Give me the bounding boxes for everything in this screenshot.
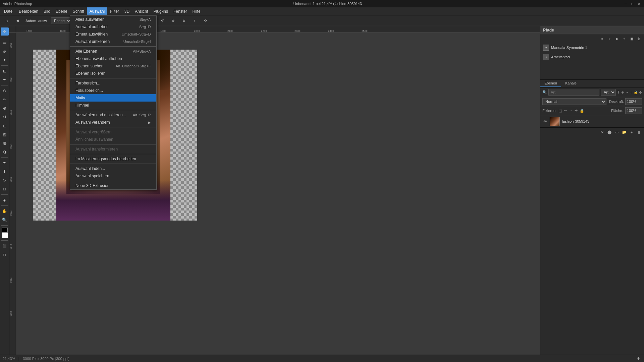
paths-icon-folder[interactable]: ▣ — [629, 36, 635, 42]
background-color-swatch[interactable] — [2, 232, 8, 238]
menu-himmel[interactable]: Himmel — [70, 102, 156, 109]
menu-motiv[interactable]: Motiv — [70, 94, 156, 102]
menu-auswahl-umkehren[interactable]: Auswahl umkehren Umschalt+Strg+I — [70, 38, 156, 45]
menu-fokusbereich[interactable]: Fokusbereich... — [70, 87, 156, 94]
tool-text[interactable]: T — [1, 168, 9, 176]
tab-ebenen[interactable]: Ebenen — [540, 80, 561, 87]
paths-icon-trash[interactable]: 🗑 — [636, 36, 642, 42]
3d-btn-4[interactable]: ↑ — [190, 16, 199, 25]
tool-clone[interactable]: ⊕ — [1, 104, 9, 112]
layer-mask-button[interactable]: ▭ — [614, 129, 620, 135]
back-button[interactable]: ◀ — [13, 16, 22, 25]
tool-spot-heal[interactable]: ⊙ — [1, 87, 9, 95]
lock-transparent-btn[interactable]: ⬚ — [558, 109, 562, 113]
menu-bild[interactable]: Bild — [41, 7, 53, 15]
opacity-input[interactable] — [625, 98, 642, 105]
menu-3d[interactable]: 3D — [122, 7, 132, 15]
layers-search-input[interactable] — [548, 89, 599, 96]
menu-alles-auswaehlen[interactable]: Alles auswählen Strg+A — [70, 16, 156, 23]
menu-datei[interactable]: Datei — [1, 7, 16, 15]
layer-toolbar-icon-4[interactable]: ↕ — [630, 89, 633, 95]
menu-ebenen-suchen[interactable]: Ebenen suchen Alt+Umschalt+Strg+F — [70, 62, 156, 70]
blend-mode-dropdown[interactable]: Normal Multiplizieren Abdunkeln — [542, 98, 606, 105]
3d-btn-3[interactable]: ⊗ — [179, 16, 189, 25]
layer-toolbar-icon-3[interactable]: ↔ — [625, 89, 629, 95]
3d-btn-1[interactable]: ↺ — [158, 16, 167, 25]
menu-ebenen-isolieren[interactable]: Ebenen isolieren — [70, 70, 156, 77]
tool-marquee[interactable]: ▭ — [1, 39, 9, 47]
menu-fenster[interactable]: Fenster — [171, 7, 190, 15]
tool-zoom[interactable]: 🔍 — [1, 216, 9, 224]
menu-auswahl-veraendern[interactable]: Auswahl verändern ▶ — [70, 119, 156, 126]
tool-3d[interactable]: ◈ — [1, 196, 9, 204]
lock-artboard-btn[interactable]: ↔ — [569, 109, 573, 113]
home-button[interactable]: ⌂ — [2, 16, 11, 25]
layer-toolbar-icon-5[interactable]: 🔒 — [634, 89, 638, 95]
menu-auswahl[interactable]: Auswahl — [87, 7, 107, 15]
tool-gradient[interactable]: ▨ — [1, 130, 9, 138]
path-item-mandala[interactable]: ✦ Mandala-Symmetrie 1 — [540, 43, 644, 52]
lock-position-btn[interactable]: ✛ — [575, 109, 578, 113]
menu-auswaehlen-maskieren[interactable]: Auswählen und maskieren... Alt+Strg+R — [70, 111, 156, 119]
tool-blur[interactable]: ◍ — [1, 139, 9, 147]
layer-toolbar-icon-6[interactable]: ⚙ — [639, 89, 642, 95]
status-settings-icon[interactable]: ⚙ — [635, 356, 641, 362]
menu-filter[interactable]: Filter — [107, 7, 122, 15]
tool-hand[interactable]: ✋ — [1, 207, 9, 215]
layer-item[interactable]: 👁 fashion-3059143 — [540, 115, 644, 127]
layer-new-button[interactable]: + — [629, 129, 635, 135]
minimize-button[interactable]: ─ — [623, 1, 628, 6]
tool-brush[interactable]: ✏ — [1, 96, 9, 104]
close-button[interactable]: ✕ — [637, 1, 641, 6]
tool-eyedropper[interactable]: ✒ — [1, 76, 9, 84]
layer-trash-button[interactable]: 🗑 — [636, 129, 642, 135]
menu-alle-ebenen[interactable]: Alle Ebenen Alt+Strg+A — [70, 48, 156, 55]
tool-crop[interactable]: ⊡ — [1, 67, 9, 75]
menu-farbbereich[interactable]: Farbbereich... — [70, 79, 156, 87]
layer-type-dropdown[interactable]: Ebene — [51, 17, 72, 24]
menu-auswahl-laden[interactable]: Auswahl laden... — [70, 165, 156, 172]
menu-erneut-auswaehlen[interactable]: Erneut auswählen Umschalt+Strg+D — [70, 31, 156, 38]
tool-dodge[interactable]: ◑ — [1, 148, 9, 156]
layer-group-button[interactable]: 📁 — [621, 129, 627, 135]
layers-type-dropdown[interactable]: Art — [601, 89, 616, 96]
paths-icon-add[interactable]: + — [621, 36, 627, 42]
tool-magic-wand[interactable]: ✦ — [1, 56, 9, 64]
tool-path-select[interactable]: ▷ — [1, 176, 9, 184]
menu-bearbeiten[interactable]: Bearbeiten — [16, 7, 41, 15]
tool-shape[interactable]: □ — [1, 185, 9, 193]
tool-history-brush[interactable]: ↺ — [1, 113, 9, 121]
tool-lasso[interactable]: ⌀ — [1, 47, 9, 55]
paths-icon-circle[interactable]: ● — [599, 36, 605, 42]
lock-image-btn[interactable]: ✏ — [564, 109, 567, 113]
path-item-arbeitspfad[interactable]: ✦ Arbeitspfad — [540, 52, 644, 62]
menu-ebene[interactable]: Ebene — [53, 7, 70, 15]
menu-neue-3d-extrusion[interactable]: Neue 3D-Extrusion — [70, 182, 156, 189]
paths-icon-diamond[interactable]: ◆ — [614, 36, 620, 42]
tab-kanaele[interactable]: Kanäle — [561, 80, 581, 87]
layer-toolbar-icon-1[interactable]: T — [617, 89, 620, 95]
menu-auswahl-speichern[interactable]: Auswahl speichern... — [70, 172, 156, 180]
menu-schrift[interactable]: Schrift — [70, 7, 87, 15]
layer-fx-button[interactable]: fx — [599, 129, 605, 135]
layer-visibility-toggle[interactable]: 👁 — [542, 119, 548, 123]
fill-input[interactable] — [625, 107, 642, 114]
screen-mode-btn[interactable]: ▢ — [1, 251, 9, 259]
3d-btn-5[interactable]: ⟲ — [201, 16, 210, 25]
tool-eraser[interactable]: ◻ — [1, 122, 9, 130]
menu-hilfe[interactable]: Hilfe — [190, 7, 203, 15]
layer-toolbar-icon-2[interactable]: ⊕ — [621, 89, 624, 95]
paths-icon-circle-outline[interactable]: ○ — [606, 36, 612, 42]
menu-auswahl-aufheben[interactable]: Auswahl aufheben Strg+D — [70, 23, 156, 31]
menu-ansicht[interactable]: Ansicht — [132, 7, 151, 15]
tool-pen[interactable]: ✒ — [1, 159, 9, 167]
menu-plugins[interactable]: Plug-ins — [151, 7, 171, 15]
maximize-button[interactable]: □ — [630, 1, 635, 6]
menu-ebenenauswahl-aufheben[interactable]: Ebenenauswahl aufheben — [70, 55, 156, 62]
tool-move[interactable]: ✛ — [1, 27, 9, 36]
layer-adjustment-button[interactable]: ⬤ — [606, 129, 612, 135]
menu-maskierungsmodus[interactable]: Im Maskierungsmodus bearbeiten — [70, 155, 156, 163]
lock-all-btn[interactable]: 🔒 — [580, 109, 584, 113]
quick-mask-btn[interactable]: ⬛ — [1, 242, 9, 250]
3d-btn-2[interactable]: ⊕ — [168, 16, 178, 25]
